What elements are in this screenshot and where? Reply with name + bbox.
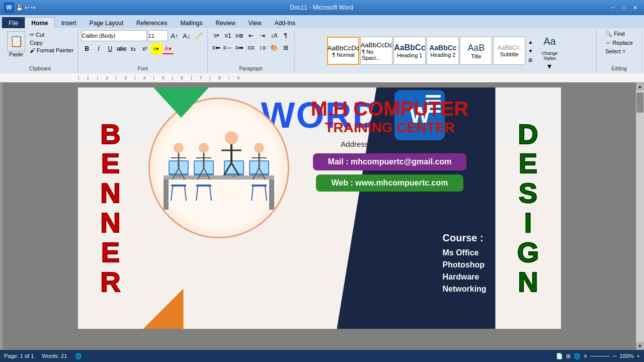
styles-group: AaBbCcDc ¶ Normal AaBbCcDc ¶ No Spaci...… <box>295 29 597 72</box>
find-button[interactable]: 🔍 Find <box>604 30 634 38</box>
style-no-spacing-preview: AaBbCcDc <box>361 41 393 49</box>
style-heading2[interactable]: AaBbCc Heading 2 <box>427 37 459 65</box>
zoom-out-button[interactable]: ─ <box>613 353 617 359</box>
svg-line-21 <box>171 187 173 201</box>
font-color-button[interactable]: A▾ <box>163 43 174 54</box>
svg-line-30 <box>210 187 211 201</box>
view-draft-button[interactable]: ≡ <box>584 353 587 359</box>
strikethrough-button[interactable]: abc <box>116 43 127 54</box>
zoom-in-button[interactable]: + <box>637 353 640 359</box>
styles-gallery: AaBbCcDc ¶ Normal AaBbCcDc ¶ No Spaci...… <box>327 30 564 72</box>
scrollbar-right: ▲ ▼ <box>636 82 644 350</box>
scroll-down-button[interactable]: ▼ <box>636 342 644 350</box>
zoom-level: 100% <box>619 353 633 359</box>
increase-indent-button[interactable]: ⇥ <box>257 30 268 41</box>
paste-icon: 📋 <box>7 31 25 51</box>
numbering-button[interactable]: ≡1 <box>222 30 233 41</box>
main-area: B E N N E R D E S I G N <box>0 82 644 350</box>
title-bar: W 💾 ↩ ↪ Doc11 - Microsoft Word ─ □ ✕ <box>0 0 644 15</box>
font-controls: A↑ A↓ 🧹 B I U abc x₂ x² A▾ A▾ <box>82 30 204 65</box>
tab-file[interactable]: File <box>2 17 25 28</box>
maximize-button[interactable]: □ <box>619 3 629 13</box>
italic-button[interactable]: I <box>93 43 104 54</box>
shrink-font-button[interactable]: A↓ <box>181 30 192 41</box>
line-spacing-button[interactable]: ↕≡ <box>257 42 268 53</box>
grow-font-button[interactable]: A↑ <box>169 30 180 41</box>
svg-rect-20 <box>171 185 186 187</box>
font-name-input[interactable] <box>82 30 147 41</box>
text-highlight-button[interactable]: A▾ <box>151 43 162 54</box>
right-letter-d: D <box>518 120 538 149</box>
decrease-indent-button[interactable]: ⇤ <box>246 30 257 41</box>
copy-button[interactable]: Copy <box>28 39 75 46</box>
font-size-input[interactable] <box>148 30 168 41</box>
style-normal[interactable]: AaBbCcDc ¶ Normal <box>327 37 359 65</box>
banner-content: M.H COMPUTER TRAINING CENTER Address : U… <box>143 87 496 329</box>
style-heading1-preview: AaBbCc <box>394 43 425 52</box>
tab-page-layout[interactable]: Page Layout <box>83 17 130 28</box>
scroll-thumb[interactable] <box>636 93 643 113</box>
minimize-button[interactable]: ─ <box>608 3 618 13</box>
title-bar-controls: ─ □ ✕ <box>608 3 640 13</box>
style-title[interactable]: AaB Title <box>460 37 492 65</box>
view-web-button[interactable]: 🌐 <box>574 353 581 359</box>
scroll-up-button[interactable]: ▲ <box>636 82 644 90</box>
style-subtitle[interactable]: AaBbCc. Subtitle <box>493 37 525 65</box>
shading-button[interactable]: 🎨 <box>269 42 280 53</box>
justify-button[interactable]: ≡≡ <box>246 42 257 53</box>
tab-view[interactable]: View <box>242 17 268 28</box>
styles-down-button[interactable]: ▼ <box>526 47 534 55</box>
align-left-button[interactable]: ≡⬅ <box>211 42 222 53</box>
right-letter-g: G <box>517 238 539 267</box>
clear-format-button[interactable]: 🧹 <box>193 30 204 41</box>
tab-references[interactable]: References <box>130 17 174 28</box>
bullets-button[interactable]: ≡• <box>211 30 222 41</box>
para-row-2: ≡⬅ ≡↔ ≡➡ ≡≡ ↕≡ 🎨 ⊞ <box>211 42 291 53</box>
editing-group: 🔍 Find ↔ Replace Select = Editing <box>597 29 642 72</box>
styles-expand-button[interactable]: ⊞ <box>526 56 534 64</box>
view-fullscreen-button[interactable]: ⊞ <box>566 353 571 359</box>
show-paragraph-button[interactable]: ¶ <box>280 30 291 41</box>
tab-review[interactable]: Review <box>209 17 242 28</box>
tab-home[interactable]: Home <box>25 17 54 28</box>
tab-add-ins[interactable]: Add-Ins <box>268 17 302 28</box>
change-styles-label: ChangeStyles <box>542 51 558 61</box>
zoom-slider[interactable]: ───── <box>590 353 610 359</box>
format-painter-button[interactable]: 🖌 Format Painter <box>28 47 75 54</box>
style-subtitle-preview: AaBbCc. <box>498 44 521 51</box>
superscript-button[interactable]: x² <box>139 43 150 54</box>
page[interactable]: B E N N E R D E S I G N <box>78 87 561 329</box>
style-heading1[interactable]: AaBbCc Heading 1 <box>393 37 426 65</box>
computer-class-svg <box>153 108 284 228</box>
editing-controls: 🔍 Find ↔ Replace Select = <box>604 30 634 65</box>
select-button[interactable]: Select = <box>604 48 634 55</box>
bold-button[interactable]: B <box>82 43 93 54</box>
multilevel-list-button[interactable]: ≡⊕ <box>234 30 245 41</box>
right-letter-n: N <box>518 267 538 297</box>
course-networking: Networking <box>443 283 496 295</box>
close-button[interactable]: ✕ <box>630 3 640 13</box>
style-no-spacing[interactable]: AaBbCcDc ¶ No Spaci... <box>360 37 392 65</box>
view-print-button[interactable]: 📄 <box>556 353 563 359</box>
document-area[interactable]: B E N N E R D E S I G N <box>3 82 636 350</box>
tab-mailings[interactable]: Mailings <box>174 17 209 28</box>
align-center-button[interactable]: ≡↔ <box>222 42 233 53</box>
styles-up-button[interactable]: ▲ <box>526 38 534 46</box>
paste-button[interactable]: 📋 Paste <box>5 30 27 58</box>
change-styles-button[interactable]: Aa ChangeStyles ▾ <box>535 30 564 72</box>
align-right-button[interactable]: ≡➡ <box>234 42 245 53</box>
svg-point-31 <box>225 131 238 144</box>
underline-button[interactable]: U <box>105 43 116 54</box>
subscript-button[interactable]: x₂ <box>128 43 139 54</box>
borders-button[interactable]: ⊞ <box>280 42 291 53</box>
svg-rect-41 <box>252 185 267 187</box>
cut-button[interactable]: ✂ Cut <box>28 31 75 39</box>
title-bar-left: W 💾 ↩ ↪ <box>4 3 35 13</box>
tab-insert[interactable]: Insert <box>55 17 83 28</box>
svg-rect-2 <box>269 179 274 210</box>
font-label: Font <box>138 65 148 71</box>
replace-button[interactable]: ↔ Replace <box>604 39 634 46</box>
font-group: A↑ A↓ 🧹 B I U abc x₂ x² A▾ A▾ Font <box>78 29 208 72</box>
title-bar-title: Doc11 - Microsoft Word <box>35 4 608 11</box>
sort-button[interactable]: ↕A <box>269 30 280 41</box>
